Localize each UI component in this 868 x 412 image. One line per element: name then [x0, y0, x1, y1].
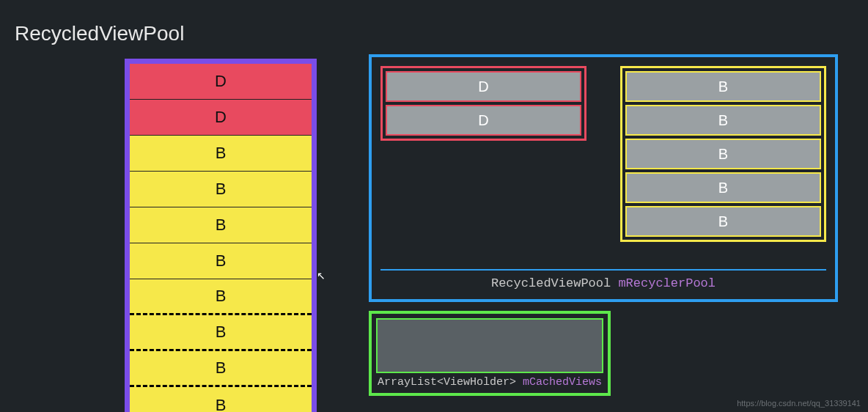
pool-label-var: mRecyclerPool: [618, 276, 716, 290]
pool-b-cell: B: [625, 206, 821, 237]
stack-row-b: B: [130, 243, 312, 279]
stack-row-d: D: [130, 100, 312, 136]
stack-row-b: B: [130, 387, 312, 412]
pool-b-column: BBBBB: [620, 66, 826, 242]
cached-views-box: ArrayList<ViewHolder> mCachedViews: [369, 311, 611, 396]
pool-d-cell: D: [386, 71, 581, 102]
pool-label-type: RecycledViewPool: [491, 276, 611, 290]
stack-row-b: B: [130, 136, 312, 172]
cached-views-label: ArrayList<ViewHolder> mCachedViews: [376, 373, 603, 389]
pool-d-column: DD: [380, 66, 586, 141]
page-title: RecycledViewPool: [15, 22, 184, 45]
pool-b-cell: B: [625, 71, 821, 102]
cursor-icon: ↖: [317, 270, 326, 282]
stack-row-d: D: [130, 64, 312, 100]
viewholder-stack: DDBBBBBBBB: [125, 59, 317, 412]
cached-label-type: ArrayList<ViewHolder>: [378, 376, 516, 389]
stack-row-b: B: [130, 207, 312, 243]
pool-label: RecycledViewPool mRecyclerPool: [380, 269, 826, 290]
pool-b-cell: B: [625, 105, 821, 136]
recycled-view-pool-box: DD BBBBB RecycledViewPool mRecyclerPool: [369, 54, 838, 302]
pool-b-cell: B: [625, 139, 821, 169]
stack-row-b: B: [130, 351, 312, 387]
stack-row-b: B: [130, 172, 312, 207]
stack-row-b: B: [130, 315, 312, 351]
stack-row-b: B: [130, 279, 312, 315]
watermark-text: https://blog.csdn.net/qq_31339141: [737, 399, 861, 408]
pool-b-cell: B: [625, 172, 821, 203]
cached-label-var: mCachedViews: [523, 376, 602, 389]
cached-views-content: [376, 318, 603, 373]
pool-content: DD BBBBB: [380, 66, 826, 265]
pool-d-cell: D: [386, 105, 581, 136]
